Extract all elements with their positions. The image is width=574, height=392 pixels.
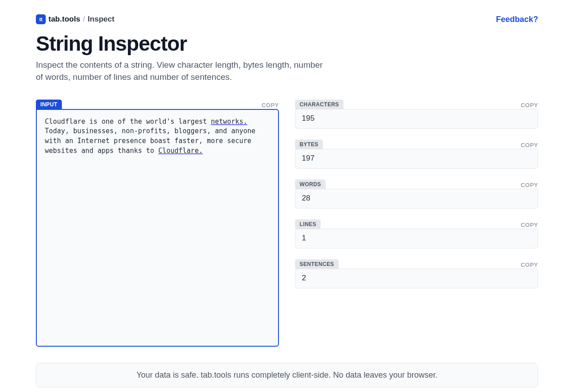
- logo-icon[interactable]: tt: [36, 14, 46, 24]
- characters-copy-button[interactable]: COPY: [521, 102, 538, 109]
- lines-copy-button[interactable]: COPY: [521, 222, 538, 229]
- lines-label: LINES: [295, 219, 321, 229]
- sentences-label: SENTENCES: [295, 259, 339, 269]
- privacy-footer: Your data is safe. tab.tools runs comple…: [36, 363, 538, 388]
- bytes-value: 197: [295, 149, 538, 169]
- brand-link[interactable]: tab.tools: [48, 15, 80, 24]
- breadcrumb: tt tab.tools / Inspect: [36, 14, 114, 24]
- characters-panel: CHARACTERS COPY 195: [295, 100, 538, 129]
- input-label-tag: INPUT: [36, 100, 62, 109]
- bytes-panel: BYTES COPY 197: [295, 139, 538, 169]
- sentences-panel: SENTENCES COPY 2: [295, 259, 538, 288]
- bytes-copy-button[interactable]: COPY: [521, 142, 538, 149]
- feedback-link[interactable]: Feedback?: [496, 15, 538, 24]
- words-value: 28: [295, 189, 538, 209]
- input-copy-button[interactable]: COPY: [261, 102, 279, 109]
- words-copy-button[interactable]: COPY: [521, 182, 538, 189]
- page-title: String Inspector: [36, 32, 538, 55]
- sentences-copy-button[interactable]: COPY: [521, 261, 538, 269]
- words-panel: WORDS COPY 28: [295, 179, 538, 209]
- characters-value: 195: [295, 109, 538, 129]
- words-label: WORDS: [295, 179, 326, 189]
- characters-label: CHARACTERS: [295, 100, 344, 109]
- breadcrumb-current: Inspect: [88, 15, 115, 24]
- lines-value: 1: [295, 229, 538, 248]
- lines-panel: LINES COPY 1: [295, 219, 538, 248]
- input-textarea[interactable]: Cloudflare is one of the world's largest…: [36, 109, 279, 347]
- breadcrumb-separator: /: [83, 15, 85, 24]
- input-panel: INPUT COPY Cloudflare is one of the worl…: [36, 100, 279, 347]
- sentences-value: 2: [295, 269, 538, 288]
- bytes-label: BYTES: [295, 139, 323, 149]
- outputs-column: CHARACTERS COPY 195 BYTES COPY 197 WORDS…: [295, 100, 538, 288]
- page-subtitle: Inspect the contents of a string. View c…: [36, 59, 332, 83]
